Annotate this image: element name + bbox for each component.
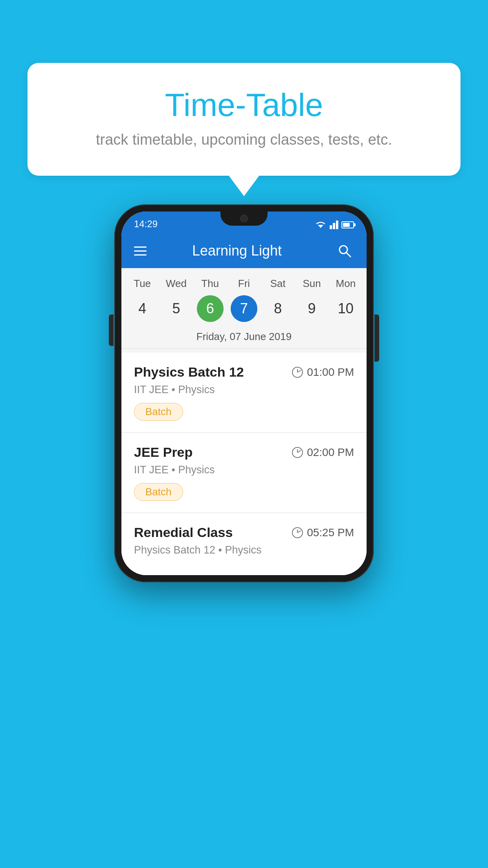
- schedule-item-1-time-text: 01:00 PM: [307, 366, 354, 379]
- phone-camera: [240, 215, 248, 223]
- app-bar: Learning Light: [121, 234, 367, 268]
- schedule-item-3[interactable]: Remedial Class 05:25 PM Physics Batch 12…: [121, 513, 367, 575]
- search-icon: [338, 244, 352, 258]
- clock-icon-3: [292, 527, 303, 538]
- calendar-days-row: Tue Wed Thu Fri Sat Sun Mon: [121, 276, 367, 291]
- search-button[interactable]: [335, 241, 354, 260]
- phone-screen: 14:29: [121, 211, 367, 575]
- day-label-sat: Sat: [261, 276, 295, 291]
- schedule-item-1-header: Physics Batch 12 01:00 PM: [134, 364, 354, 380]
- schedule-item-1-time: 01:00 PM: [292, 366, 354, 379]
- schedule-item-1[interactable]: Physics Batch 12 01:00 PM IIT JEE • Phys…: [121, 353, 367, 433]
- schedule-item-3-header: Remedial Class 05:25 PM: [134, 525, 354, 540]
- schedule-item-3-time-text: 05:25 PM: [307, 526, 354, 539]
- calendar-section: Tue Wed Thu Fri Sat Sun Mon 4 5: [121, 268, 367, 353]
- calendar-date-9[interactable]: 9: [295, 294, 328, 323]
- schedule-item-2-header: JEE Prep 02:00 PM: [134, 445, 354, 460]
- battery-icon: [341, 221, 354, 228]
- speech-bubble: Time-Table track timetable, upcoming cla…: [28, 63, 460, 176]
- schedule-item-1-subtitle: IIT JEE • Physics: [134, 384, 354, 396]
- calendar-date-8[interactable]: 8: [261, 294, 295, 323]
- schedule-item-2-tag: Batch: [134, 483, 183, 501]
- status-time: 14:29: [134, 219, 158, 230]
- schedule-item-2-time-text: 02:00 PM: [307, 446, 354, 459]
- app-bar-title: Learning Light: [148, 243, 326, 259]
- svg-line-2: [346, 252, 350, 257]
- calendar-date-10[interactable]: 10: [329, 294, 363, 323]
- clock-icon-2: [292, 447, 303, 458]
- calendar-date-7[interactable]: 7: [227, 294, 261, 323]
- clock-icon-1: [292, 367, 303, 378]
- schedule-list: Physics Batch 12 01:00 PM IIT JEE • Phys…: [121, 353, 367, 575]
- calendar-date-5[interactable]: 5: [159, 294, 193, 323]
- bubble-title: Time-Table: [59, 86, 429, 123]
- svg-marker-0: [318, 225, 323, 228]
- phone-notch: [220, 211, 268, 226]
- day-label-wed: Wed: [159, 276, 193, 291]
- wifi-icon: [315, 220, 327, 230]
- phone-mockup: 14:29: [114, 204, 374, 582]
- schedule-item-3-subtitle: Physics Batch 12 • Physics: [134, 544, 354, 556]
- speech-bubble-container: Time-Table track timetable, upcoming cla…: [28, 63, 460, 176]
- schedule-item-1-tag: Batch: [134, 403, 183, 421]
- calendar-dates-row: 4 5 6 7 8 9: [121, 294, 367, 323]
- day-label-mon: Mon: [329, 276, 363, 291]
- schedule-item-3-time: 05:25 PM: [292, 526, 354, 539]
- schedule-item-2[interactable]: JEE Prep 02:00 PM IIT JEE • Physics Batc…: [121, 433, 367, 513]
- schedule-item-3-title: Remedial Class: [134, 525, 233, 540]
- schedule-item-2-title: JEE Prep: [134, 445, 193, 460]
- day-label-thu: Thu: [193, 276, 227, 291]
- selected-date-label: Friday, 07 June 2019: [121, 327, 367, 349]
- status-icons: [315, 220, 354, 230]
- calendar-date-6[interactable]: 6: [193, 294, 227, 323]
- schedule-item-2-time: 02:00 PM: [292, 446, 354, 459]
- day-label-fri: Fri: [227, 276, 261, 291]
- day-label-tue: Tue: [125, 276, 159, 291]
- signal-bars-icon: [330, 221, 338, 229]
- schedule-item-2-subtitle: IIT JEE • Physics: [134, 464, 354, 476]
- calendar-date-4[interactable]: 4: [125, 294, 159, 323]
- schedule-item-1-title: Physics Batch 12: [134, 364, 244, 380]
- day-label-sun: Sun: [295, 276, 328, 291]
- hamburger-menu-icon[interactable]: [134, 246, 147, 256]
- bubble-subtitle: track timetable, upcoming classes, tests…: [59, 131, 429, 148]
- phone-frame: 14:29: [114, 204, 374, 582]
